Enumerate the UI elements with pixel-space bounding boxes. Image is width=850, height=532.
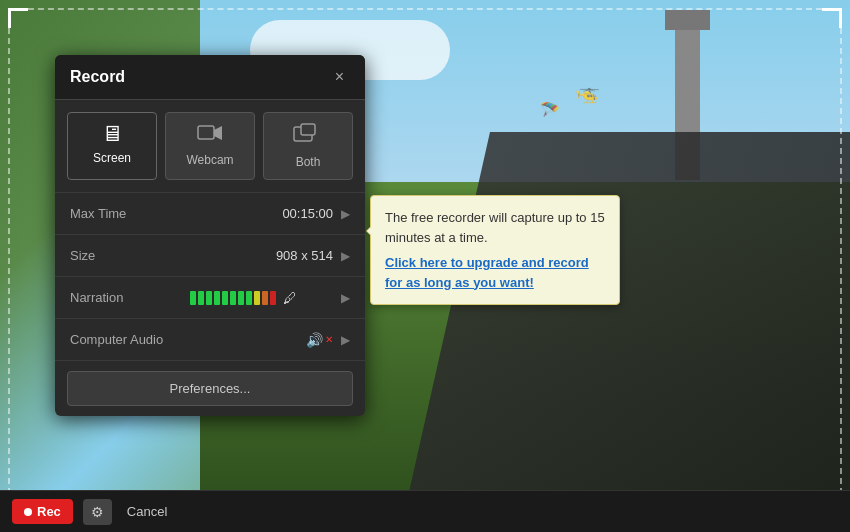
source-both-button[interactable]: Both — [263, 112, 353, 180]
speaker-icon: 🔊 — [306, 332, 323, 348]
svg-marker-1 — [214, 126, 222, 140]
close-button[interactable]: × — [329, 67, 350, 87]
upgrade-link[interactable]: Click here to upgrade and record for as … — [385, 253, 605, 292]
bar-7 — [238, 291, 244, 305]
source-screen-button[interactable]: 🖥 Screen — [67, 112, 157, 180]
record-panel: Record × 🖥 Screen Webcam Both — [55, 55, 365, 416]
source-selector: 🖥 Screen Webcam Both — [55, 100, 365, 193]
muted-indicator: ✕ — [325, 334, 333, 345]
settings-button[interactable]: ⚙ — [83, 499, 112, 525]
rec-label: Rec — [37, 504, 61, 519]
bar-8 — [246, 291, 252, 305]
parachute: 🪂 — [540, 100, 560, 119]
bar-5 — [222, 291, 228, 305]
webcam-icon — [197, 123, 223, 147]
max-time-row: Max Time 00:15:00 ▶ — [55, 193, 365, 235]
narration-row: Narration 🖊 ▶ — [55, 277, 365, 319]
both-icon — [293, 123, 323, 149]
max-time-label: Max Time — [70, 206, 190, 221]
size-row: Size 908 x 514 ▶ — [55, 235, 365, 277]
panel-header: Record × — [55, 55, 365, 100]
narration-bar: 🖊 — [190, 290, 333, 306]
screen-icon: 🖥 — [101, 123, 123, 145]
bottom-bar: Rec ⚙ Cancel — [0, 490, 850, 532]
bar-3 — [206, 291, 212, 305]
tooltip-text: The free recorder will capture up to 15 … — [385, 210, 605, 245]
narration-expand[interactable]: ▶ — [341, 291, 350, 305]
size-label: Size — [70, 248, 190, 263]
panel-title: Record — [70, 68, 125, 86]
max-time-expand[interactable]: ▶ — [341, 207, 350, 221]
gear-icon: ⚙ — [91, 504, 104, 520]
tooltip: The free recorder will capture up to 15 … — [370, 195, 620, 305]
svg-rect-0 — [198, 126, 214, 139]
bar-11 — [270, 291, 276, 305]
size-value: 908 x 514 — [190, 248, 333, 263]
bar-9 — [254, 291, 260, 305]
size-expand[interactable]: ▶ — [341, 249, 350, 263]
source-webcam-button[interactable]: Webcam — [165, 112, 255, 180]
bar-1 — [190, 291, 196, 305]
audio-expand[interactable]: ▶ — [341, 333, 350, 347]
webcam-label: Webcam — [186, 153, 233, 167]
settings-list: Max Time 00:15:00 ▶ Size 908 x 514 ▶ Nar… — [55, 193, 365, 361]
preferences-button[interactable]: Preferences... — [67, 371, 353, 406]
mic-icon[interactable]: 🖊 — [283, 290, 297, 306]
narration-label: Narration — [70, 290, 190, 305]
helicopter: 🚁 — [575, 80, 600, 104]
bar-6 — [230, 291, 236, 305]
screen-label: Screen — [93, 151, 131, 165]
audio-row: Computer Audio 🔊 ✕ ▶ — [55, 319, 365, 361]
both-label: Both — [296, 155, 321, 169]
bar-4 — [214, 291, 220, 305]
svg-rect-3 — [301, 124, 315, 135]
rec-button[interactable]: Rec — [12, 499, 73, 524]
bar-2 — [198, 291, 204, 305]
audio-label: Computer Audio — [70, 332, 190, 347]
max-time-value: 00:15:00 — [190, 206, 333, 221]
bar-10 — [262, 291, 268, 305]
rec-dot — [24, 508, 32, 516]
cancel-button[interactable]: Cancel — [122, 499, 172, 524]
